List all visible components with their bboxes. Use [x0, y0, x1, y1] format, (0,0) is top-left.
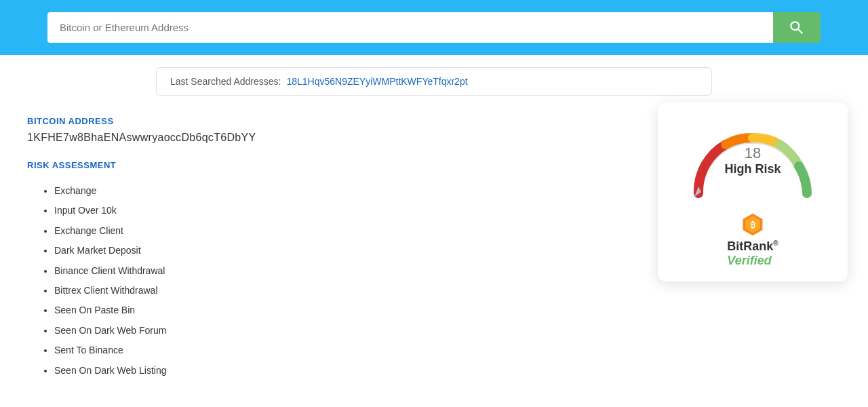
bitrank-logo: ₿ BitRank® Verified	[727, 212, 778, 268]
last-searched-label: Last Searched Addresses:	[170, 76, 281, 87]
last-searched-address[interactable]: 18L1Hqv56N9ZEYyiWMPttKWFYeTfqxr2pt	[286, 76, 467, 87]
search-icon	[788, 19, 806, 37]
last-searched-bar: Last Searched Addresses: 18L1Hqv56N9ZEYy…	[0, 55, 868, 96]
bitrank-name: BitRank®	[727, 239, 778, 253]
gauge-risk-label: High Risk	[724, 162, 781, 176]
header	[0, 0, 868, 55]
bitrank-verified: Verified	[727, 254, 771, 267]
list-item: Seen On Dark Web Forum	[54, 321, 841, 341]
bitrank-icon: ₿	[741, 212, 765, 237]
gauge-center-text: 18 High Risk	[724, 146, 781, 176]
search-bar-wrapper	[47, 12, 821, 43]
bitrank-brand-text: BitRank® Verified	[727, 239, 778, 268]
search-button[interactable]	[773, 12, 821, 43]
list-item: Seen On Paste Bin	[54, 301, 841, 320]
last-searched-box: Last Searched Addresses: 18L1Hqv56N9ZEYy…	[156, 67, 712, 96]
gauge-score: 18	[724, 146, 781, 162]
bitrank-card: 18 High Risk ₿ BitRank® Verified	[658, 102, 848, 282]
list-item: Bittrex Client Withdrawal	[54, 281, 841, 301]
svg-text:₿: ₿	[750, 220, 755, 230]
search-input[interactable]	[47, 12, 773, 43]
main-content: BITCOIN ADDRESS 1KFHE7w8BhaENAswwryaoccD…	[14, 96, 854, 394]
gauge-container: 18 High Risk	[685, 119, 821, 200]
list-item: Seen On Dark Web Listing	[54, 361, 841, 381]
list-item: Sent To Binance	[54, 341, 841, 360]
